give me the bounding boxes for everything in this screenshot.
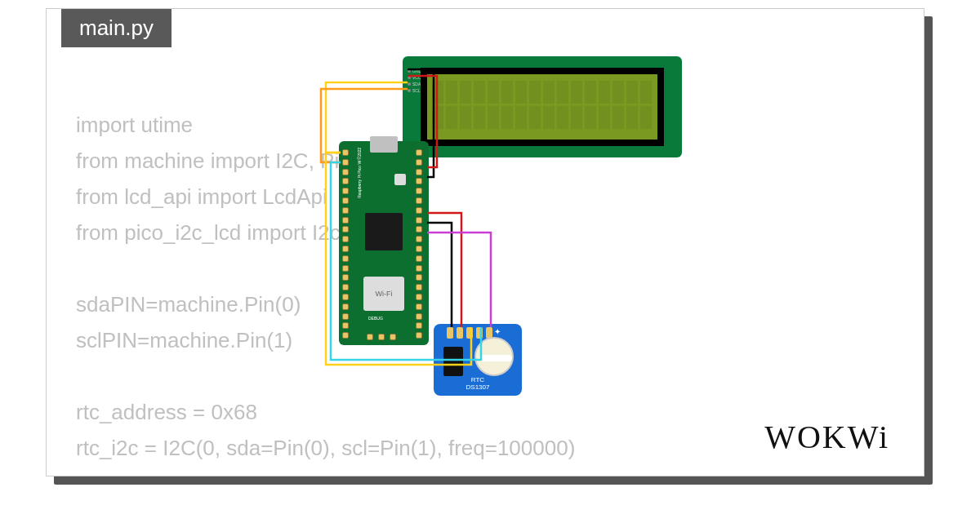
coin-battery-icon	[474, 337, 514, 376]
pico-pins-left	[342, 149, 352, 339]
circuit-diagram[interactable]: GND VCC SDA SCL Wi-Fi Raspberry Pi Pico …	[290, 56, 698, 399]
pico-board[interactable]: Wi-Fi Raspberry Pi Pico W ©2022 DEBUG	[339, 141, 429, 345]
lcd-pin-labels: GND VCC SDA SCL	[408, 68, 421, 94]
wire-rtc-gnd	[427, 223, 452, 327]
pico-pins-right	[416, 149, 425, 339]
file-tab-label: main.py	[79, 16, 154, 40]
pico-debug-pins	[367, 334, 396, 340]
rp2040-chip-icon	[365, 213, 403, 250]
rtc-chip-icon	[443, 347, 463, 376]
code-line: sdaPIN=machine.Pin(0)	[76, 292, 301, 317]
code-line: rtc_i2c = I2C(0, sda=Pin(0), scl=Pin(1),…	[76, 436, 575, 460]
code-line: import utime	[76, 113, 193, 137]
project-card: main.py import utime from machine import…	[46, 8, 924, 476]
code-line: sclPIN=machine.Pin(1)	[76, 328, 292, 352]
code-line: rtc_address = 0x68	[76, 400, 257, 424]
lcd-screen	[421, 68, 664, 146]
rtc-label: RTC DS1307	[434, 376, 522, 391]
rtc-pins	[447, 327, 492, 339]
wire-rtc-vcc	[427, 213, 461, 327]
rtc-module[interactable]: ✦ RTC DS1307	[434, 324, 522, 396]
wokwi-logo: WOKWi	[764, 418, 889, 456]
file-tab[interactable]: main.py	[61, 9, 172, 47]
adafruit-star-icon: ✦	[494, 327, 501, 336]
bootsel-button[interactable]	[394, 174, 406, 185]
board-copyright: Raspberry Pi Pico W ©2022	[357, 148, 362, 198]
wire-rtc-sqw	[427, 233, 491, 327]
debug-label: DEBUG	[368, 316, 383, 321]
usb-connector-icon	[370, 136, 398, 153]
lcd-module[interactable]: GND VCC SDA SCL	[403, 56, 682, 157]
wifi-module-icon: Wi-Fi	[363, 277, 404, 311]
